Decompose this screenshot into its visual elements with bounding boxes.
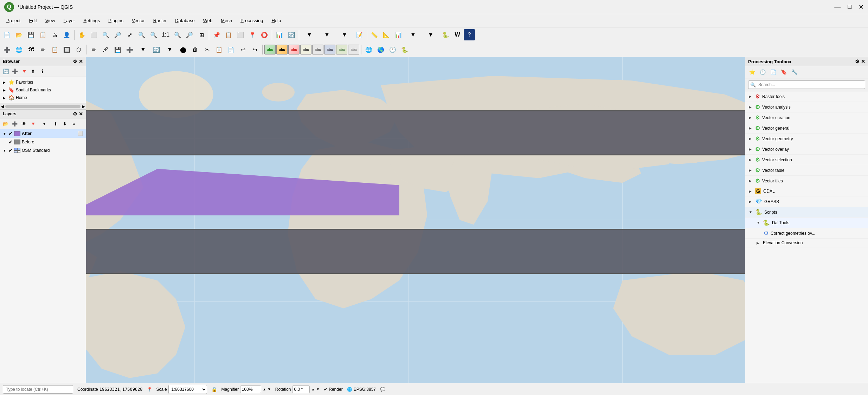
move-combo[interactable]: ▼ (163, 44, 177, 55)
label-colored-button[interactable]: abc (276, 45, 288, 54)
gps-button[interactable]: 📍 (147, 387, 152, 392)
label-abc5-button[interactable]: abc (324, 45, 335, 54)
menu-web[interactable]: Web (200, 17, 216, 25)
menu-help[interactable]: Help (268, 17, 284, 25)
layer-visible-button[interactable]: 👁 (20, 119, 28, 128)
lock-button[interactable]: 🔒 (211, 387, 217, 392)
magnifier-stepper-down-icon[interactable]: ▼ (268, 387, 271, 391)
digitize-button[interactable]: ✏ (37, 44, 49, 55)
layer-osm-checkbox[interactable]: ✔ (8, 148, 13, 153)
select-location[interactable]: 📍 (247, 29, 258, 40)
copy-feature-button[interactable]: 📋 (213, 44, 225, 55)
magnifier-input[interactable] (240, 386, 261, 393)
unknown-button[interactable]: ? (464, 29, 475, 40)
layer-move-down-button[interactable]: ⬇ (60, 119, 69, 128)
layer-before[interactable]: ✔ Before (0, 138, 86, 146)
undo-button[interactable]: ↩ (237, 44, 249, 55)
table-button[interactable]: 📋 (49, 44, 60, 55)
layer-filter-button[interactable]: 🔻 (29, 119, 37, 128)
menu-edit[interactable]: Edit (25, 17, 40, 25)
save-as-button[interactable]: 📋 (37, 29, 49, 40)
toolbox-close-icon[interactable]: ✕ (861, 59, 865, 64)
zoom-native-button[interactable]: 1:1 (160, 29, 171, 40)
menu-mesh[interactable]: Mesh (217, 17, 236, 25)
spatial-button[interactable]: ⬡ (73, 44, 84, 55)
zoom-layer-button[interactable]: 🔍 (148, 29, 159, 40)
add-feature-combo[interactable]: ▼ (136, 44, 150, 55)
globe-button[interactable]: 🌐 (363, 44, 374, 55)
paste-feature-button[interactable]: 📄 (225, 44, 237, 55)
minimize-button[interactable]: — (834, 3, 841, 11)
grid-button[interactable]: 🔲 (61, 44, 72, 55)
scale-select[interactable]: 1:66317600 (168, 385, 207, 394)
map-canvas[interactable] (86, 57, 745, 383)
deselect-combo[interactable]: ▼ (319, 29, 335, 40)
toolbox-item-gdal[interactable]: ▶ G GDAL (745, 186, 868, 196)
select-features-combo[interactable]: ▼ (301, 29, 318, 40)
toolbox-item-vector-table[interactable]: ▶ ⚙ Vector table (745, 165, 868, 176)
layers-close-icon[interactable]: ✕ (79, 111, 83, 117)
zoom-in-button[interactable]: 🔍 (100, 29, 111, 40)
user-button[interactable]: 👤 (61, 29, 72, 40)
save-edits-button[interactable]: 💾 (112, 44, 123, 55)
messages-button[interactable]: 💬 (380, 387, 385, 392)
epsg-display[interactable]: 🌐 EPSG:3857 (347, 387, 376, 392)
print-button[interactable]: 🖨 (49, 29, 60, 40)
menu-processing[interactable]: Processing (237, 17, 266, 25)
open-attribute-table[interactable]: 📊 (274, 29, 285, 40)
deselect-button[interactable]: ⬜ (235, 29, 246, 40)
menu-vector[interactable]: Vector (128, 17, 148, 25)
layer-add-button[interactable]: ➕ (11, 119, 19, 128)
zoom-in-small[interactable]: 🔍 (172, 29, 183, 40)
toolbox-item-vector-general[interactable]: ▶ ⚙ Vector general (745, 123, 868, 134)
browser-scroll-right-icon[interactable]: ▶ (82, 104, 85, 109)
toolbox-item-dal-tools[interactable]: ▼ 🐍 Dal Tools (745, 218, 868, 228)
python2-button[interactable]: 🐍 (399, 44, 410, 55)
add-wms-button[interactable]: 🌐 (13, 44, 25, 55)
browser-refresh-button[interactable]: 🔄 (1, 67, 10, 76)
tile-button[interactable]: ⊞ (196, 29, 207, 40)
browser-item-favorites[interactable]: ▶ ⭐ Favorites (0, 78, 86, 86)
measure-button[interactable]: 📏 (369, 29, 380, 40)
scale-combo[interactable]: ▼ (422, 29, 439, 40)
zoom-out-small[interactable]: 🔎 (184, 29, 195, 40)
python-button[interactable]: 🐍 (440, 29, 451, 40)
pan-button[interactable]: ✋ (76, 29, 88, 40)
add-feature-button[interactable]: ➕ (124, 44, 135, 55)
magnifier-stepper-up-icon[interactable]: ▲ (263, 387, 266, 391)
rotation-stepper-up-icon[interactable]: ▲ (311, 387, 315, 391)
close-button[interactable]: ✕ (859, 3, 864, 11)
new-project-button[interactable]: 📄 (1, 29, 13, 40)
cut-feature-button[interactable]: ✂ (201, 44, 213, 55)
toolbox-item-vector-selection[interactable]: ▶ ⚙ Vector selection (745, 155, 868, 165)
label-abc2-button[interactable]: abc (288, 45, 300, 54)
toolbox-settings-icon[interactable]: ⚙ (855, 59, 860, 64)
toolbox-search-input[interactable] (748, 80, 865, 89)
zoom-out-button[interactable]: 🔎 (112, 29, 123, 40)
layer-after-extent-icon[interactable]: ⬜ (78, 131, 83, 136)
menu-raster[interactable]: Raster (150, 17, 170, 25)
browser-item-home[interactable]: ▶ 🏠 Home (0, 94, 86, 102)
maximize-button[interactable]: □ (848, 3, 851, 11)
toolbox-item-correct-geom[interactable]: ⚙ Correct geometries ov... (745, 228, 868, 239)
layer-before-checkbox[interactable]: ✔ (8, 139, 13, 145)
move-feature-button[interactable]: 🔄 (151, 44, 162, 55)
toolbox-item-vector-geometry[interactable]: ▶ ⚙ Vector geometry (745, 134, 868, 144)
toolbox-item-vector-overlay[interactable]: ▶ ⚙ Vector overlay (745, 144, 868, 155)
node-tool-button[interactable]: ⬤ (178, 44, 189, 55)
select-radius[interactable]: ⭕ (259, 29, 270, 40)
menu-project[interactable]: Project (3, 17, 24, 25)
pan-to-selection[interactable]: ⬜ (88, 29, 99, 40)
browser-close-icon[interactable]: ✕ (79, 59, 83, 64)
browser-add-button[interactable]: ➕ (11, 67, 19, 76)
toolbox-bookmark-button[interactable]: 🔖 (779, 67, 788, 77)
browser-item-bookmarks[interactable]: ▶ 🔖 Spatial Bookmarks (0, 86, 86, 94)
browser-settings-icon[interactable]: ⚙ (73, 59, 77, 64)
zoom-selection-button[interactable]: 🔍 (136, 29, 147, 40)
select-button[interactable]: 📋 (223, 29, 234, 40)
browser-hscrollbar[interactable]: ◀ ▶ (0, 103, 86, 109)
layer-after-checkbox[interactable]: ✔ (8, 131, 13, 136)
toolbox-item-vector-analysis[interactable]: ▶ ⚙ Vector analysis (745, 102, 868, 112)
label-abc6-button[interactable]: abc (336, 45, 347, 54)
browser-info-button[interactable]: ℹ (38, 67, 46, 76)
